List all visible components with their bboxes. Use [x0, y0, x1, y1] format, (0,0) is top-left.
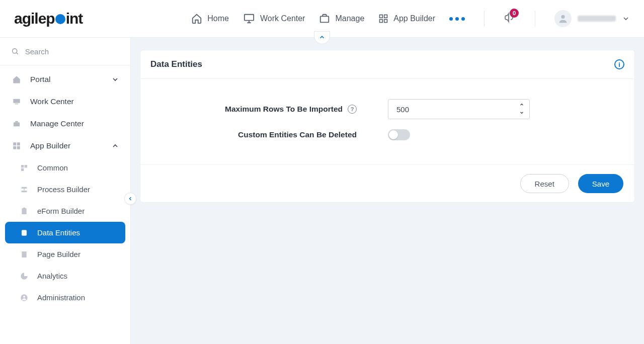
- svg-rect-23: [23, 207, 25, 209]
- svg-rect-5: [384, 20, 387, 23]
- top-nav: Home Work Center Manage App Builder 0: [191, 10, 630, 27]
- card-header: Data Entities i: [140, 50, 634, 79]
- svg-rect-19: [22, 187, 27, 188]
- sidebar-search[interactable]: [0, 38, 130, 65]
- sidebar-item-analytics[interactable]: Analytics: [5, 265, 125, 287]
- user-name-blurred: [578, 16, 616, 22]
- nav-work-center[interactable]: Work Center: [243, 13, 305, 24]
- avatar-icon: [554, 10, 572, 27]
- save-button[interactable]: Save: [578, 174, 623, 193]
- sidebar-item-eform-builder[interactable]: eForm Builder: [5, 200, 125, 222]
- toggle-knob: [389, 130, 398, 139]
- nav-work-center-label: Work Center: [260, 14, 305, 23]
- svg-rect-14: [13, 146, 16, 149]
- pie-icon: [20, 272, 28, 280]
- home-icon: [12, 75, 21, 84]
- sidebar-item-app-builder[interactable]: App Builder: [5, 135, 125, 157]
- svg-point-27: [23, 296, 25, 298]
- nav-more[interactable]: [449, 17, 465, 21]
- sidebar: Portal Work Center Manage Center App Bui…: [0, 38, 131, 344]
- chevron-down-icon: [622, 15, 630, 23]
- nav-home[interactable]: Home: [191, 13, 229, 24]
- sidebar-item-manage-center[interactable]: Manage Center: [5, 113, 125, 135]
- svg-rect-20: [22, 191, 27, 192]
- page-title: Data Entities: [150, 59, 202, 69]
- svg-point-6: [561, 15, 565, 19]
- notification-badge: 0: [510, 9, 519, 18]
- svg-rect-25: [22, 251, 26, 257]
- reset-button[interactable]: Reset: [520, 174, 569, 193]
- sidebar-item-label: Manage Center: [30, 119, 119, 128]
- svg-rect-17: [25, 165, 27, 167]
- sidebar-item-portal[interactable]: Portal: [5, 68, 125, 91]
- sidebar-item-process-builder[interactable]: Process Builder: [5, 179, 125, 200]
- max-rows-label: Maximum Rows To Be Imported ?: [140, 105, 357, 114]
- nav-home-label: Home: [207, 14, 229, 23]
- max-rows-field: [388, 99, 530, 119]
- svg-rect-3: [384, 15, 387, 18]
- briefcase-icon: [12, 120, 21, 128]
- svg-rect-2: [380, 15, 383, 18]
- chevron-down-icon: [111, 75, 119, 83]
- sidebar-item-label: Common: [37, 163, 119, 172]
- svg-rect-15: [17, 146, 20, 149]
- svg-rect-24: [22, 230, 26, 235]
- card-footer: Reset Save: [140, 164, 634, 202]
- sidebar-item-label: Page Builder: [37, 250, 119, 259]
- search-icon: [11, 47, 19, 56]
- sidebar-item-label: Data Entities: [37, 228, 119, 237]
- nav-manage[interactable]: Manage: [319, 13, 364, 24]
- info-icon[interactable]: i: [614, 59, 624, 69]
- sidebar-item-label: Administration: [37, 293, 119, 302]
- chevron-down-icon: [519, 110, 525, 115]
- sidebar-item-label: Portal: [30, 75, 103, 84]
- chevron-left-icon: [127, 196, 133, 202]
- svg-rect-0: [245, 15, 254, 21]
- notifications-button[interactable]: 0: [504, 12, 516, 26]
- spin-down-button[interactable]: [517, 109, 527, 116]
- brand-text-1: agilep: [14, 10, 55, 27]
- svg-rect-18: [21, 168, 24, 170]
- monitor-icon: [243, 13, 255, 24]
- sidebar-item-label: Process Builder: [37, 185, 119, 194]
- sidebar-item-data-entities[interactable]: Data Entities: [5, 222, 125, 243]
- sidebar-item-common[interactable]: Common: [5, 157, 125, 179]
- admin-icon: [20, 294, 28, 302]
- page-icon: [20, 250, 28, 259]
- sidebar-item-label: Work Center: [30, 97, 119, 106]
- svg-rect-9: [15, 104, 19, 104]
- spin-up-button[interactable]: [517, 101, 527, 108]
- sidebar-item-administration[interactable]: Administration: [5, 287, 125, 308]
- sidebar-item-label: Analytics: [37, 272, 119, 280]
- more-icon: [449, 17, 465, 21]
- row-max-rows: Maximum Rows To Be Imported ?: [140, 94, 634, 124]
- sidebar-item-page-builder[interactable]: Page Builder: [5, 243, 125, 265]
- max-rows-input[interactable]: [388, 99, 530, 119]
- grid-icon: [378, 14, 388, 24]
- custom-delete-toggle[interactable]: [388, 129, 410, 140]
- search-input[interactable]: [25, 47, 119, 56]
- user-menu[interactable]: [554, 10, 630, 27]
- chevron-up-icon: [111, 142, 119, 150]
- sidebar-item-label: eForm Builder: [37, 207, 119, 215]
- briefcase-icon: [319, 13, 330, 24]
- sidebar-item-work-center[interactable]: Work Center: [5, 91, 125, 113]
- nav-app-builder[interactable]: App Builder: [378, 14, 435, 24]
- svg-rect-22: [22, 208, 26, 214]
- nav-manage-label: Manage: [335, 14, 364, 23]
- settings-card: Data Entities i Maximum Rows To Be Impor…: [140, 50, 635, 203]
- svg-rect-4: [380, 20, 383, 23]
- main-content: Data Entities i Maximum Rows To Be Impor…: [131, 38, 644, 344]
- sidebar-item-label: App Builder: [30, 141, 103, 150]
- divider: [535, 11, 535, 27]
- brand-dot-icon: [55, 14, 65, 24]
- home-icon: [191, 13, 202, 24]
- svg-rect-1: [320, 16, 329, 22]
- help-icon[interactable]: ?: [348, 105, 357, 114]
- svg-rect-16: [21, 165, 24, 167]
- divider: [484, 11, 485, 27]
- sidebar-collapse-toggle[interactable]: [124, 193, 136, 205]
- chevron-up-icon: [318, 34, 326, 41]
- svg-point-7: [13, 49, 17, 53]
- svg-rect-10: [14, 122, 20, 126]
